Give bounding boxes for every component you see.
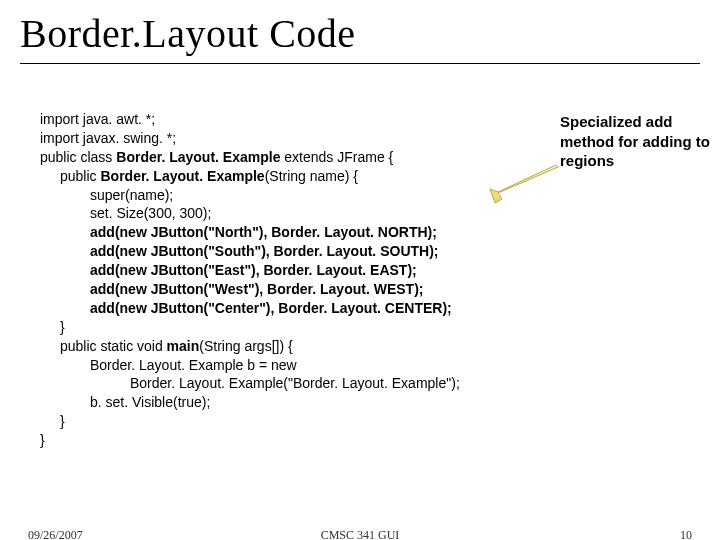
code-text: Border. Layout. Example (116, 149, 280, 165)
callout-text: Specialized add method for adding to reg… (560, 112, 710, 171)
title-underline (20, 63, 700, 64)
code-line: } (40, 412, 540, 431)
code-line: import javax. swing. *; (40, 129, 540, 148)
code-text: (String name) { (265, 168, 358, 184)
code-text: main (167, 338, 200, 354)
code-line: add(new JButton("West"), Border. Layout.… (40, 280, 540, 299)
code-text: import javax. swing. *; (40, 130, 176, 146)
code-text: super(name); (90, 187, 173, 203)
code-line: super(name); (40, 186, 540, 205)
code-text: public (60, 168, 100, 184)
code-block: import java. awt. *; import javax. swing… (40, 110, 540, 450)
code-line: add(new JButton("Center"), Border. Layou… (40, 299, 540, 318)
code-line: b. set. Visible(true); (40, 393, 540, 412)
code-line: add(new JButton("North"), Border. Layout… (40, 223, 540, 242)
code-text: Border. Layout. Example (100, 168, 264, 184)
code-text: add(new JButton("South"), Border. Layout… (90, 243, 438, 259)
code-line: import java. awt. *; (40, 110, 540, 129)
code-line: add(new JButton("East"), Border. Layout.… (40, 261, 540, 280)
code-text: set. Size(300, 300); (90, 205, 211, 221)
code-text: public class (40, 149, 116, 165)
footer-course: CMSC 341 GUI (321, 528, 400, 540)
code-text: b. set. Visible(true); (90, 394, 210, 410)
code-line: } (40, 431, 540, 450)
code-line: public static void main(String args[]) { (40, 337, 540, 356)
code-line: public class Border. Layout. Example ext… (40, 148, 540, 167)
code-line: set. Size(300, 300); (40, 204, 540, 223)
code-text: extends JFrame { (280, 149, 393, 165)
code-text: public static void (60, 338, 167, 354)
code-text: add(new JButton("East"), Border. Layout.… (90, 262, 417, 278)
code-text: (String args[]) { (199, 338, 292, 354)
code-line: Border. Layout. Example("Border. Layout.… (40, 374, 540, 393)
slide-title: Border.Layout Code (20, 10, 700, 57)
code-line: } (40, 318, 540, 337)
code-line: add(new JButton("South"), Border. Layout… (40, 242, 540, 261)
code-text: Border. Layout. Example b = new (90, 357, 297, 373)
code-text: Border. Layout. Example("Border. Layout.… (130, 375, 460, 391)
code-text: } (60, 319, 65, 335)
code-text: add(new JButton("West"), Border. Layout.… (90, 281, 423, 297)
code-text: } (60, 413, 65, 429)
footer-date: 09/26/2007 (28, 528, 83, 540)
code-text: add(new JButton("North"), Border. Layout… (90, 224, 437, 240)
code-text: } (40, 432, 45, 448)
slide: Border.Layout Code import java. awt. *; … (0, 0, 720, 540)
code-text: add(new JButton("Center"), Border. Layou… (90, 300, 452, 316)
code-line: public Border. Layout. Example(String na… (40, 167, 540, 186)
title-wrap: Border.Layout Code (20, 10, 700, 64)
footer-page: 10 (680, 528, 692, 540)
code-line: Border. Layout. Example b = new (40, 356, 540, 375)
code-text: import java. awt. *; (40, 111, 155, 127)
